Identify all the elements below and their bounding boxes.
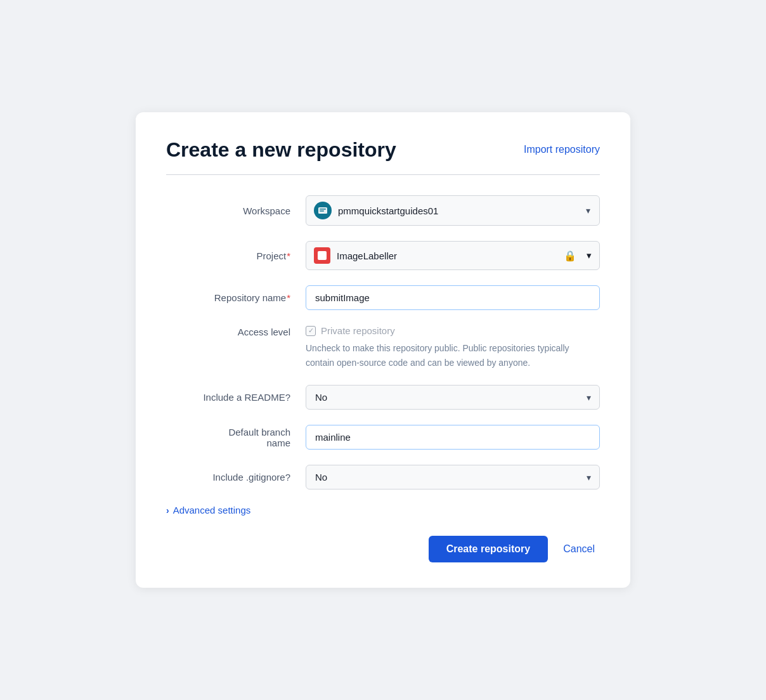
readme-select[interactable]: No Yes [306, 385, 600, 410]
checkbox-check-icon: ✓ [308, 327, 314, 334]
repo-name-control [306, 285, 600, 310]
repo-name-label: Repository name* [166, 292, 306, 303]
create-repository-button[interactable]: Create repository [429, 536, 549, 562]
workspace-select[interactable]: pmmquickstartguides01 ▾ [306, 195, 600, 226]
project-chevron-icon: ▾ [587, 250, 592, 261]
page-title: Create a new repository [166, 138, 396, 162]
access-level-row: Access level ✓ Private repository Unchec… [166, 325, 600, 370]
lock-icon: 🔒 [564, 250, 576, 262]
create-repo-modal: Create a new repository Import repositor… [136, 112, 630, 588]
import-repository-link[interactable]: Import repository [524, 144, 600, 155]
project-row: Project* ImageLabeller 🔒 ▾ [166, 241, 600, 270]
readme-label: Include a README? [166, 392, 306, 403]
private-repo-label[interactable]: ✓ Private repository [306, 325, 395, 336]
branch-name-control [306, 425, 600, 450]
workspace-row: Workspace pmmquickstartguides01 ▾ [166, 195, 600, 226]
readme-row: Include a README? No Yes ▾ [166, 385, 600, 410]
access-description-text: Uncheck to make this repository public. … [306, 341, 597, 370]
project-label: Project* [166, 250, 306, 261]
gitignore-label: Include .gitignore? [166, 472, 306, 483]
access-level-control: ✓ Private repository Uncheck to make thi… [306, 325, 600, 370]
private-repo-text: Private repository [321, 325, 395, 336]
repo-name-row: Repository name* [166, 285, 600, 310]
gitignore-row: Include .gitignore? No Yes ▾ [166, 465, 600, 489]
project-required-star: * [287, 250, 290, 261]
svg-rect-1 [320, 209, 326, 210]
workspace-avatar [314, 202, 332, 219]
workspace-chevron-icon: ▾ [586, 205, 590, 216]
private-repo-checkbox-row: ✓ Private repository [306, 325, 600, 341]
gitignore-select-wrapper: No Yes ▾ [306, 465, 600, 489]
repo-name-required-star: * [287, 292, 290, 303]
cancel-button[interactable]: Cancel [558, 536, 600, 562]
header-divider [166, 174, 600, 175]
project-select-left: ImageLabeller [314, 247, 397, 264]
branch-name-row: Default branch name [166, 425, 600, 450]
workspace-name: pmmquickstartguides01 [338, 205, 438, 216]
project-name: ImageLabeller [337, 250, 397, 261]
form-actions: Create repository Cancel [166, 536, 600, 562]
workspace-control: pmmquickstartguides01 ▾ [306, 195, 600, 226]
private-repo-checkbox[interactable]: ✓ [306, 326, 316, 336]
readme-select-wrapper: No Yes ▾ [306, 385, 600, 410]
project-avatar [314, 247, 330, 264]
project-select[interactable]: ImageLabeller 🔒 ▾ [306, 241, 600, 270]
repo-name-input[interactable] [306, 285, 600, 310]
advanced-settings-label: Advanced settings [173, 505, 251, 515]
workspace-label: Workspace [166, 205, 306, 216]
branch-name-input[interactable] [306, 425, 600, 450]
svg-rect-2 [320, 211, 324, 212]
advanced-chevron-right-icon: › [166, 505, 169, 515]
gitignore-select[interactable]: No Yes [306, 465, 600, 489]
modal-header: Create a new repository Import repositor… [166, 138, 600, 162]
project-select-right: 🔒 ▾ [564, 250, 592, 262]
advanced-settings-toggle[interactable]: › Advanced settings [166, 505, 600, 515]
project-icon-inner [318, 251, 327, 260]
readme-control: No Yes ▾ [306, 385, 600, 410]
access-level-label: Access level [166, 325, 306, 337]
project-control: ImageLabeller 🔒 ▾ [306, 241, 600, 270]
branch-name-label: Default branch name [166, 427, 306, 448]
gitignore-control: No Yes ▾ [306, 465, 600, 489]
